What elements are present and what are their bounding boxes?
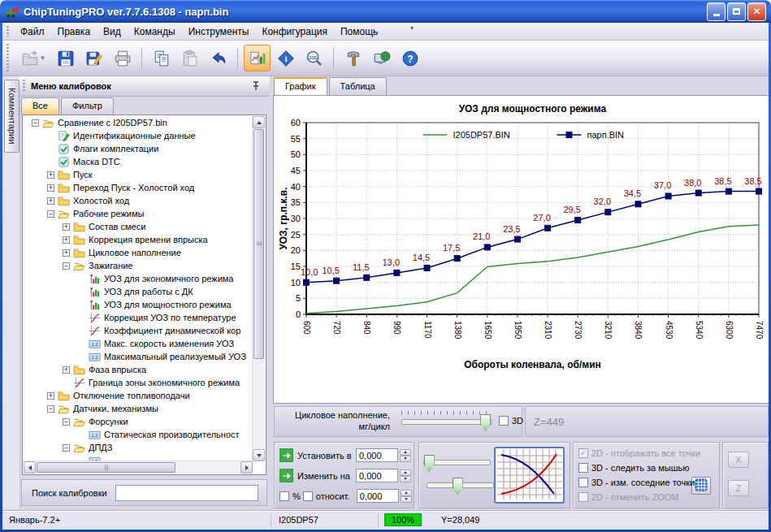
toolbar-tools-button[interactable] [340,45,366,71]
tree-item[interactable]: 1.2Максимальный реализуемый УОЗ [24,350,253,363]
spin-down-icon[interactable] [400,476,411,482]
menu-помощь[interactable]: Помощь [334,24,384,40]
checkbox-percent[interactable]: % [279,491,301,501]
view-tab-inactive[interactable]: Таблица [329,77,387,96]
tree-hscroll-thumb[interactable] [37,462,175,473]
menu-вид[interactable]: Вид [97,24,128,40]
checkbox-percent-box[interactable] [279,491,289,501]
tree-item[interactable]: +Отключение топливоподачи [24,389,253,402]
tree-vertical-scrollbar[interactable] [252,116,265,461]
tree-item[interactable]: +Коррекция времени впрыска [24,233,253,246]
toolbar-undo-button[interactable] [205,45,232,71]
interpolation-slider-2-thumb[interactable] [453,478,463,495]
tree-item[interactable]: УОЗ для мощностного режима [24,298,253,311]
spin-up-icon[interactable] [400,449,411,456]
tree-item[interactable]: Идентификационные данные [24,129,253,142]
scroll-left-icon[interactable] [24,461,36,474]
scroll-up-icon[interactable] [253,116,265,128]
tree-item[interactable]: +Фаза впрыска [24,363,253,376]
expand-toggle-icon[interactable]: + [47,197,54,205]
menu-команды[interactable]: Команды [128,24,182,40]
collapse-toggle-icon[interactable]: − [63,262,70,270]
spin-up-icon[interactable] [400,469,411,476]
tree-item[interactable]: Граница зоны экономичного режима [24,376,253,389]
tree-item[interactable]: УОЗ для работы с ДК [24,285,253,298]
toolbar-paste-button[interactable] [176,45,203,71]
toolbar-zoom-100-button[interactable]: 100 [301,45,327,71]
interpolation-slider-1-thumb[interactable] [424,455,435,472]
toolbar-open-button[interactable]: ▼ [16,45,50,71]
tree-item[interactable]: +Холостой ход [24,194,253,207]
toolbar-help-button[interactable]: ? [396,45,423,71]
calibration-tab-inactive[interactable]: Фильтр [61,97,114,115]
relative-input[interactable] [357,489,399,503]
spark-advance-chart[interactable]: 0510152025303540455055606007208409901170… [278,99,766,376]
tree-item[interactable]: Флаги комплектации [24,142,253,155]
menu-правка[interactable]: Правка [51,24,97,40]
set-to-input[interactable] [356,448,398,462]
pin-icon[interactable] [250,80,262,92]
tree-item[interactable]: −ДПДЗ [24,441,253,454]
tree-item[interactable]: УОЗ для экономичного режима [24,272,253,285]
option-checkbox[interactable]: 3D - следить за мышью [578,463,690,473]
view-tab-active[interactable]: График [274,77,327,96]
collapse-toggle-icon[interactable]: − [32,119,39,127]
close-button[interactable]: ✕ [747,2,766,21]
tree-horizontal-scrollbar[interactable] [24,461,253,474]
spin-up-icon[interactable] [401,490,412,496]
green-arrow-icon[interactable] [279,469,293,482]
spin-down-icon[interactable] [401,496,412,503]
interpolation-slider-1[interactable] [423,460,491,465]
checkbox-box[interactable] [578,463,588,473]
expand-toggle-icon[interactable]: + [63,249,70,257]
toolbar-save-button[interactable] [52,45,79,71]
checkbox-relative-box[interactable] [303,491,313,501]
z-axis-button[interactable]: Z [728,480,749,496]
minimize-button[interactable] [707,2,726,21]
collapse-toggle-icon[interactable]: − [47,210,54,218]
expand-toggle-icon[interactable]: + [47,171,54,179]
scroll-right-icon[interactable] [240,461,253,474]
dropdown-arrow-icon[interactable]: ▼ [40,54,46,62]
expand-toggle-icon[interactable]: + [63,366,70,374]
tree-item[interactable]: −Рабочие режимы [24,207,253,220]
checkbox-relative[interactable]: относит. [303,491,357,501]
x-axis-button[interactable]: X [728,452,749,468]
expand-toggle-icon[interactable]: + [47,392,54,400]
toolbar-print-button[interactable] [109,45,136,71]
toolbar-overflow-icon[interactable]: ▾ [410,24,414,32]
collapse-toggle-icon[interactable]: − [47,405,54,413]
checkbox-box[interactable] [578,478,588,487]
expand-toggle-icon[interactable]: + [63,223,70,231]
tree-item[interactable]: +Переход Пуск - Холостой ход [24,181,253,194]
change-by-input[interactable] [356,469,398,482]
menu-конфигурация[interactable]: Конфигурация [255,24,334,40]
calibration-tab-active[interactable]: Все [21,97,59,115]
maximize-button[interactable] [727,2,746,21]
option-checkbox[interactable]: 3D - изм. соседние точки [578,478,695,487]
toolbar-info-button[interactable]: i [272,45,299,71]
toolbar-copy-button[interactable] [148,45,175,71]
tree-item[interactable]: −Сравнение с I205DP57.bin [24,116,253,129]
interpolation-slider-2[interactable] [427,482,494,488]
tree-item[interactable]: +Цикловое наполнение [24,246,253,259]
collapse-toggle-icon[interactable]: − [63,444,70,452]
toolbar-chart-view-button[interactable] [244,45,271,71]
tree-item[interactable]: −Зажигание [24,259,253,272]
tree-item[interactable]: −Форсунки [24,415,253,428]
spin-down-icon[interactable] [400,456,411,462]
expand-toggle-icon[interactable]: + [47,184,54,192]
collapse-toggle-icon[interactable]: − [63,418,70,426]
green-arrow-icon[interactable] [279,448,293,462]
tree-item[interactable]: Коррекция УОЗ по температуре [24,311,253,324]
scroll-down-icon[interactable] [253,449,265,461]
expand-toggle-icon[interactable]: + [63,236,70,244]
calibration-search-input[interactable] [115,485,258,501]
tree-item[interactable]: +Пуск [24,168,253,181]
checkbox-3d-box[interactable] [499,416,509,426]
cyclic-fill-slider[interactable] [401,419,492,425]
tree-item[interactable]: −Датчики, механизмы [24,402,253,415]
cyclic-fill-slider-thumb[interactable] [480,414,491,431]
curves-graph-button[interactable] [494,447,565,504]
tree-item[interactable]: +Состав смеси [24,220,253,233]
